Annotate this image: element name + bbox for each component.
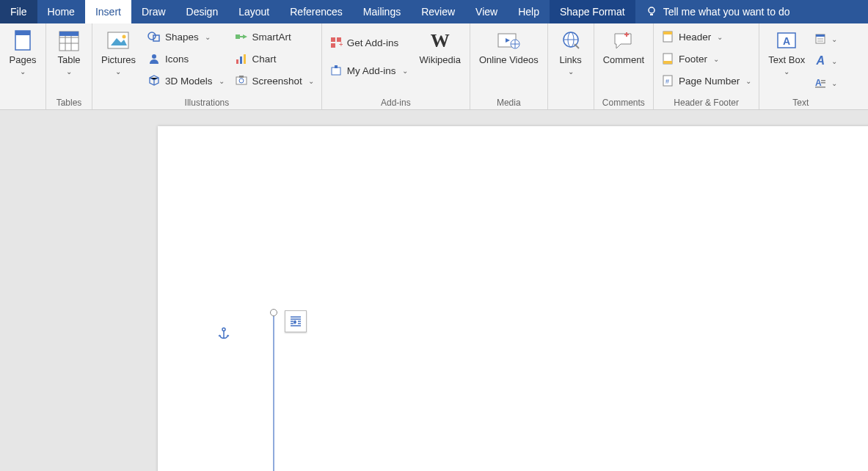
document-page[interactable] <box>158 126 868 471</box>
group-illustrations-label: Illustrations <box>97 96 317 108</box>
chart-icon <box>235 52 248 65</box>
line-shape[interactable] <box>273 315 274 471</box>
svg-rect-45 <box>815 87 825 88</box>
group-tables-label: Tables <box>51 96 87 108</box>
svg-rect-19 <box>331 37 335 42</box>
chevron-down-icon: ⌄ <box>20 67 26 76</box>
svg-rect-23 <box>332 67 340 75</box>
pictures-label: Pictures <box>101 54 136 66</box>
document-canvas[interactable] <box>0 110 868 471</box>
tab-insert[interactable]: Insert <box>85 0 131 23</box>
my-addins-button[interactable]: My Add-ins ⌄ <box>327 60 411 81</box>
text-extra-buttons: ⌄ A⌄ A⌄ <box>814 26 837 92</box>
group-comments-label: Comments <box>599 96 649 108</box>
group-links: Links ⌄ <box>548 23 594 109</box>
tab-help[interactable]: Help <box>508 0 550 23</box>
pages-label: Pages <box>10 54 37 66</box>
tab-layout[interactable]: Layout <box>228 0 280 23</box>
tab-review[interactable]: Review <box>411 0 465 23</box>
group-links-label <box>552 96 589 108</box>
get-addins-button[interactable]: + Get Add-ins <box>327 32 411 53</box>
tab-design[interactable]: Design <box>176 0 229 23</box>
text-box-icon: A <box>775 29 798 53</box>
tell-me-search[interactable]: Tell me what you want to do <box>635 0 868 23</box>
tab-file[interactable]: File <box>0 0 37 23</box>
text-box-label: Text Box <box>768 54 805 66</box>
ribbon-tabs: File Home Insert Draw Design Layout Refe… <box>0 0 868 23</box>
svg-rect-21 <box>331 43 335 48</box>
3d-models-label: 3D Models <box>165 76 213 87</box>
chevron-down-icon: ⌄ <box>831 79 837 87</box>
quick-parts-icon[interactable] <box>814 32 827 45</box>
smartart-icon <box>235 30 248 43</box>
layout-options-button[interactable] <box>285 310 307 332</box>
screenshot-button[interactable]: Screenshot ⌄ <box>232 70 317 91</box>
comment-button[interactable]: Comment <box>599 26 649 69</box>
chevron-down-icon: ⌄ <box>717 33 723 41</box>
table-button[interactable]: Table ⌄ <box>51 26 87 78</box>
online-videos-button[interactable]: Online Videos <box>475 26 543 69</box>
tab-mailings[interactable]: Mailings <box>353 0 411 23</box>
header-icon <box>661 30 674 43</box>
chevron-down-icon: ⌄ <box>402 67 408 75</box>
comment-icon <box>612 29 635 53</box>
svg-point-10 <box>152 54 156 59</box>
chevron-down-icon: ⌄ <box>219 77 225 85</box>
svg-rect-11 <box>236 34 240 39</box>
svg-rect-43 <box>821 80 825 81</box>
chevron-down-icon: ⌄ <box>115 67 121 76</box>
chevron-down-icon: ⌄ <box>784 67 789 76</box>
svg-text:+: + <box>339 40 343 48</box>
footer-button[interactable]: Footer ⌄ <box>658 48 754 69</box>
shapes-button[interactable]: Shapes ⌄ <box>145 26 227 47</box>
group-text-label: Text <box>764 96 837 108</box>
svg-rect-40 <box>817 38 823 40</box>
wordart-icon[interactable]: A <box>814 54 827 67</box>
chart-button[interactable]: Chart <box>232 48 317 69</box>
icons-button[interactable]: Icons <box>145 48 227 69</box>
pictures-button[interactable]: Pictures ⌄ <box>97 26 140 78</box>
text-box-button[interactable]: A Text Box ⌄ <box>764 26 809 78</box>
chevron-down-icon: ⌄ <box>568 67 574 76</box>
shapes-icon <box>147 30 161 43</box>
lightbulb-icon <box>646 6 657 18</box>
group-addins: + Get Add-ins My Add-ins ⌄ W Wikipedia A… <box>322 23 470 109</box>
svg-rect-41 <box>817 40 823 42</box>
smartart-button[interactable]: SmartArt <box>232 26 317 47</box>
screenshot-icon <box>235 74 248 87</box>
tab-shape-format[interactable]: Shape Format <box>550 0 635 23</box>
footer-icon <box>661 52 674 65</box>
page-icon <box>11 29 34 53</box>
tab-home[interactable]: Home <box>37 0 85 23</box>
pages-button[interactable]: Pages ⌄ <box>4 26 41 78</box>
header-button[interactable]: Header ⌄ <box>658 26 754 47</box>
store-icon: + <box>329 36 343 49</box>
tab-view[interactable]: View <box>465 0 508 23</box>
my-addins-label: My Add-ins <box>347 65 396 76</box>
chevron-down-icon: ⌄ <box>66 67 72 76</box>
svg-rect-15 <box>244 54 246 64</box>
icons-icon <box>147 52 161 65</box>
page-number-icon: # <box>661 74 674 87</box>
links-button[interactable]: Links ⌄ <box>552 26 589 78</box>
selection-handle-top[interactable] <box>270 309 277 316</box>
3d-models-button[interactable]: 3D Models ⌄ <box>145 70 227 91</box>
smartart-label: SmartArt <box>252 32 291 43</box>
page-number-button[interactable]: # Page Number ⌄ <box>658 70 754 91</box>
svg-point-0 <box>649 7 654 13</box>
svg-text:A: A <box>815 78 822 88</box>
anchor-icon <box>217 327 230 340</box>
svg-rect-13 <box>236 59 238 64</box>
drop-cap-icon[interactable]: A <box>814 76 827 90</box>
tab-draw[interactable]: Draw <box>131 0 176 23</box>
table-label: Table <box>57 54 80 66</box>
group-comments: Comment Comments <box>594 23 654 109</box>
link-icon <box>559 29 583 53</box>
tab-references[interactable]: References <box>280 0 353 23</box>
wikipedia-button[interactable]: W Wikipedia <box>415 26 465 69</box>
chart-label: Chart <box>252 54 277 65</box>
svg-rect-4 <box>59 32 79 36</box>
chevron-down-icon: ⌄ <box>308 77 314 85</box>
group-addins-label: Add-ins <box>327 96 465 108</box>
group-media: Online Videos Media <box>470 23 548 109</box>
